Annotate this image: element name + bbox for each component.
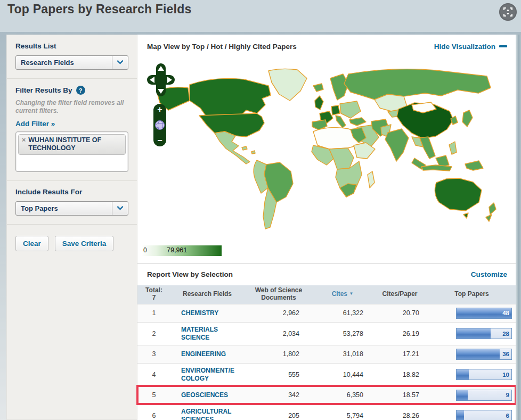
hide-visualization-minus-icon	[499, 45, 507, 47]
page-title: Top Papers by Research Fields	[7, 2, 191, 17]
table-row: 4 ENVIRONMENT/ECOLOGY 555 10,444 18.82 1…	[137, 363, 516, 386]
table-row: 2 MATERIALS SCIENCE 2,034 53,278 26.19 2…	[137, 322, 516, 345]
rank-cell: 3	[137, 345, 170, 363]
cites-per-paper-cell: 28.26	[372, 404, 428, 420]
include-results-value: Top Papers	[16, 202, 112, 215]
report-table-body: 1 CHEMISTRY 2,962 61,322 20.70 48 2 MATE…	[137, 304, 516, 420]
rank-cell: 1	[137, 304, 170, 322]
remove-filter-icon[interactable]: ×	[22, 136, 26, 152]
save-criteria-button[interactable]: Save Criteria	[55, 236, 114, 251]
vertical-scrollbar[interactable]	[516, 35, 521, 420]
field-link[interactable]: GEOSCIENCES	[181, 391, 228, 399]
col-cites[interactable]: Cites ▼	[313, 285, 372, 304]
pan-right-icon[interactable]	[167, 77, 172, 83]
chevron-down-icon	[117, 203, 124, 210]
rank-cell: 6	[137, 404, 170, 420]
cites-cell: 5,794	[313, 404, 372, 420]
top-papers-value: 10	[502, 369, 509, 380]
pan-up-icon[interactable]	[158, 66, 164, 71]
legend-max-value: 79,961	[167, 246, 187, 254]
filter-section: Filter Results By ? Changing the filter …	[7, 79, 137, 181]
include-results-label: Include Results For	[15, 188, 128, 196]
field-link[interactable]: AGRICULTURAL SCIENCES	[181, 408, 238, 420]
cites-cell: 31,018	[313, 345, 372, 363]
expand-icon	[503, 7, 513, 17]
rank-cell: 4	[137, 363, 170, 386]
results-list-section: Results List Research Fields	[7, 35, 137, 79]
top-papers-value: 6	[506, 410, 509, 420]
dropdown-arrow-box	[112, 56, 128, 69]
table-row: 6 AGRICULTURAL SCIENCES 205 5,794 28.26 …	[137, 404, 516, 420]
map-pan-control[interactable]	[147, 63, 175, 96]
top-papers-bar: 28	[456, 328, 512, 339]
top-papers-bar: 10	[456, 369, 512, 380]
top-papers-bar-fill	[457, 410, 464, 420]
cites-per-paper-cell: 26.19	[372, 322, 428, 345]
table-row: 1 CHEMISTRY 2,962 61,322 20.70 48	[137, 304, 516, 322]
cites-cell: 61,322	[313, 304, 372, 322]
docs-cell: 2,034	[244, 322, 313, 345]
field-link[interactable]: MATERIALS SCIENCE	[181, 326, 238, 342]
top-papers-value: 48	[502, 308, 509, 318]
cites-cell: 6,350	[313, 386, 372, 404]
docs-cell: 555	[244, 363, 313, 386]
filter-results-label: Filter Results By	[15, 86, 72, 94]
pan-down-icon[interactable]	[158, 89, 164, 94]
rank-cell: 2	[137, 322, 170, 345]
docs-cell: 2,962	[244, 304, 313, 322]
world-map	[137, 62, 516, 238]
field-link[interactable]: ENVIRONMENT/ECOLOGY	[181, 367, 238, 383]
col-cites-per-paper: Cites/Paper	[372, 285, 428, 304]
page-header: Top Papers by Research Fields	[0, 0, 521, 32]
sort-desc-icon: ▼	[349, 291, 353, 296]
docs-cell: 342	[244, 386, 313, 404]
top-papers-bar-fill	[457, 349, 500, 359]
docs-cell: 1,802	[244, 345, 313, 363]
map-zoom-control: + −	[153, 104, 166, 146]
include-results-section: Include Results For Top Papers	[7, 181, 137, 225]
col-total: Total: 7	[137, 285, 170, 304]
col-wos-documents: Web of Science Documents	[244, 285, 313, 304]
cites-cell: 10,444	[313, 363, 372, 386]
filter-chip: × WUHAN INSTITUTE OF TECHNOLOGY	[18, 134, 126, 155]
legend-min-value: 0	[143, 246, 147, 254]
results-list-dropdown[interactable]: Research Fields	[15, 55, 128, 70]
top-papers-bar: 9	[456, 390, 512, 401]
map-canvas: + − 0 79,961	[137, 58, 516, 263]
table-row: 3 ENGINEERING 1,802 31,018 17.21 36	[137, 345, 516, 363]
top-papers-bar: 36	[456, 349, 512, 360]
zoom-out-button[interactable]: −	[157, 137, 162, 144]
globe-icon[interactable]	[155, 120, 165, 130]
map-legend: 0 79,961	[142, 245, 222, 256]
filter-box: × WUHAN INSTITUTE OF TECHNOLOGY	[15, 131, 128, 172]
expand-button[interactable]	[499, 3, 517, 21]
zoom-in-button[interactable]: +	[157, 106, 162, 113]
pan-left-icon[interactable]	[150, 77, 154, 83]
filter-chip-label: WUHAN INSTITUTE OF TECHNOLOGY	[28, 136, 122, 152]
customize-link[interactable]: Customize	[471, 270, 507, 278]
help-icon[interactable]: ?	[76, 86, 85, 95]
report-view-header: Report View by Selection Customize	[137, 263, 516, 285]
report-view-title: Report View by Selection	[147, 270, 233, 278]
table-header-row: Total: 7 Research Fields Web of Science …	[137, 285, 516, 304]
top-papers-value: 9	[506, 390, 509, 400]
field-link[interactable]: CHEMISTRY	[181, 309, 218, 317]
clear-button[interactable]: Clear	[15, 236, 48, 251]
map-view-header: Map View by Top / Hot / Highly Cited Pap…	[137, 35, 516, 58]
field-link[interactable]: ENGINEERING	[181, 350, 226, 358]
include-results-dropdown[interactable]: Top Papers	[15, 201, 128, 216]
dropdown-arrow-box	[112, 202, 128, 215]
top-papers-value: 28	[502, 328, 509, 339]
top-papers-bar-fill	[457, 369, 469, 380]
cites-per-paper-cell: 17.21	[372, 345, 428, 363]
cites-per-paper-cell: 18.82	[372, 363, 428, 386]
results-list-label: Results List	[15, 42, 128, 50]
cites-cell: 53,278	[313, 322, 372, 345]
filter-note: Changing the filter field removes all cu…	[15, 99, 128, 115]
rank-cell: 5	[137, 386, 170, 404]
top-papers-bar-fill	[457, 390, 468, 400]
top-papers-bar: 48	[456, 308, 512, 319]
hide-visualization-link[interactable]: Hide Visualization	[434, 43, 507, 51]
add-filter-link[interactable]: Add Filter »	[15, 120, 55, 128]
docs-cell: 205	[244, 404, 313, 420]
